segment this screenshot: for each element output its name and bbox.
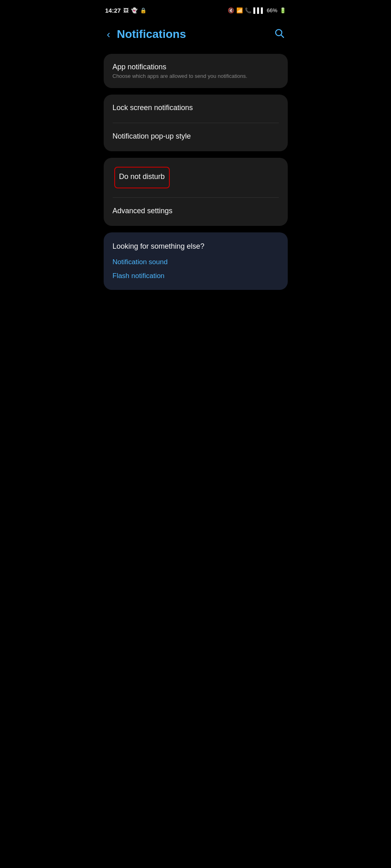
lock-screen-item[interactable]: Lock screen notifications	[104, 95, 288, 123]
header: ‹ Notifications	[98, 18, 293, 51]
signal-icon: ▌▌▌	[253, 7, 265, 13]
app-notifications-card: App notifications Choose which apps are …	[104, 54, 288, 88]
advanced-settings-title: Advanced settings	[113, 207, 279, 215]
status-bar-left: 14:27 🖼 👻 🔒	[105, 7, 147, 14]
search-button[interactable]	[272, 26, 286, 42]
app-notifications-item[interactable]: App notifications Choose which apps are …	[104, 54, 288, 88]
advanced-settings-item[interactable]: Advanced settings	[104, 198, 288, 226]
dnd-title: Do not disturb	[119, 172, 165, 181]
lock-screen-title: Lock screen notifications	[113, 104, 279, 112]
battery-percent: 66%	[267, 7, 277, 13]
notification-sound-link[interactable]: Notification sound	[113, 258, 279, 266]
wifi-icon: 📶	[236, 7, 243, 13]
lock-icon: 🔒	[140, 7, 147, 13]
mute-icon: 🔇	[228, 7, 234, 13]
content: App notifications Choose which apps are …	[98, 51, 293, 293]
lock-popup-card: Lock screen notifications Notification p…	[104, 95, 288, 151]
dnd-card: Do not disturb Advanced settings	[104, 158, 288, 226]
status-time: 14:27	[105, 7, 121, 14]
status-bar: 14:27 🖼 👻 🔒 🔇 📶 📞 ▌▌▌ 66% 🔋	[98, 0, 293, 18]
popup-style-item[interactable]: Notification pop-up style	[104, 123, 288, 151]
looking-title: Looking for something else?	[113, 242, 279, 251]
header-left: ‹ Notifications	[104, 27, 186, 41]
status-bar-right: 🔇 📶 📞 ▌▌▌ 66% 🔋	[228, 7, 286, 13]
flash-notification-link[interactable]: Flash notification	[113, 272, 279, 280]
app-notifications-subtitle: Choose which apps are allowed to send yo…	[113, 73, 279, 79]
gallery-icon: 🖼	[123, 7, 129, 13]
popup-style-title: Notification pop-up style	[113, 132, 279, 141]
looking-card: Looking for something else? Notification…	[104, 232, 288, 290]
svg-line-1	[281, 35, 283, 38]
app-notifications-title: App notifications	[113, 63, 279, 71]
dnd-highlight-box: Do not disturb	[114, 167, 170, 188]
dnd-item[interactable]: Do not disturb	[104, 158, 288, 197]
call-icon: 📞	[245, 7, 251, 13]
page-title: Notifications	[117, 28, 186, 41]
snapchat-icon: 👻	[131, 7, 138, 13]
battery-icon: 🔋	[280, 7, 286, 13]
back-button[interactable]: ‹	[104, 27, 114, 41]
